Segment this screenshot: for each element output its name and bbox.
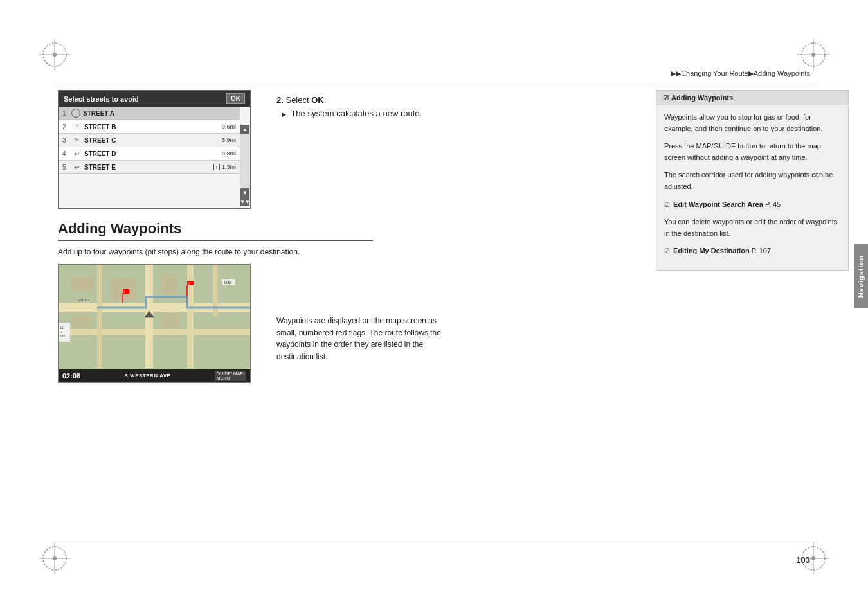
ref1-page: P. 45 <box>765 200 781 208</box>
map-street: S WESTERN AVE <box>125 373 171 378</box>
panel-ref-2: ☑ Editing My Destination P. 107 <box>664 245 840 257</box>
panel-header-icon: ☑ <box>663 94 669 102</box>
map-time: 02:08 <box>62 372 80 380</box>
row-dist-4: 0.8mi <box>222 150 236 157</box>
corner-decoration-bl <box>35 539 74 578</box>
row-street-4: STREET D <box>84 150 222 157</box>
map-svg: 100TH 1 2 0.9 0.9 11 mi 0:19 <box>59 265 251 368</box>
panel-header-text: Adding Waypoints <box>671 94 733 102</box>
svg-text:100TH: 100TH <box>78 298 89 302</box>
map-guide-button: GUIDE/ MAP/MENU <box>215 371 246 381</box>
page-number: 103 <box>796 555 810 565</box>
svg-text:0:19: 0:19 <box>60 334 66 337</box>
ref2-page: P. 107 <box>752 247 771 254</box>
screen-ok-button[interactable]: OK <box>226 93 245 104</box>
panel-para-2: Press the MAP/GUIDE button to return to … <box>664 141 840 163</box>
svg-point-11 <box>53 556 57 560</box>
svg-point-15 <box>811 556 815 560</box>
row-num-2: 2 <box>62 123 71 130</box>
nav-tab-label: Navigation <box>857 255 865 298</box>
row-street-2: STREET B <box>84 123 222 130</box>
screen-rows: 1 STREET A 2 🏳 STREET B 0.6mi 3 🏳 STREET… <box>59 107 250 174</box>
row-dist-3: 5.9mi <box>222 137 236 143</box>
row-turn-icon-4: ↩ <box>71 149 82 158</box>
ref2-bold: Editing My Destination <box>673 247 750 254</box>
step-select-label: Select OK. <box>285 95 326 105</box>
section-adding-waypoints: Adding Waypoints Add up to four waypoint… <box>58 220 373 256</box>
svg-rect-26 <box>71 316 91 328</box>
step-2-block: 2. Select OK. The system calculates a ne… <box>276 95 437 118</box>
corner-decoration-tl <box>35 35 74 74</box>
row-dist-2: 0.6mi <box>222 123 236 130</box>
right-panel: ☑ Adding Waypoints Waypoints allow you t… <box>656 90 849 271</box>
map-bottom-bar: 02:08 S WESTERN AVE GUIDE/ MAP/MENU <box>59 369 250 382</box>
waypoint-desc-text: Waypoints are displayed on the map scree… <box>276 315 447 362</box>
corner-decoration-tr <box>794 35 833 74</box>
row-num-1: 1 <box>62 110 71 117</box>
panel-para-3: The search corridor used for adding wayp… <box>664 170 840 192</box>
row-circle-icon-1 <box>71 109 80 118</box>
row-street-5: STREET E <box>84 164 213 171</box>
svg-text:1: 1 <box>123 290 125 294</box>
row-dist-5: i1.3mi <box>213 164 236 170</box>
svg-text:2: 2 <box>188 281 190 285</box>
screen-row-4[interactable]: 4 ↩ STREET D 0.8mi <box>59 147 240 161</box>
svg-rect-20 <box>187 265 194 368</box>
scroll-down-button[interactable]: ▼ <box>240 188 249 197</box>
step-arrow-text: The system calculates a new route. <box>291 109 422 118</box>
section-heading: Adding Waypoints <box>58 220 373 237</box>
screen-row-2[interactable]: 2 🏳 STREET B 0.6mi <box>59 120 240 134</box>
panel-para-4: You can delete waypoints or edit the ord… <box>664 217 840 239</box>
svg-text:mi: mi <box>60 330 62 333</box>
panel-ref-1: ☑ Edit Waypoint Search Area P. 45 <box>664 199 840 211</box>
row-turn-icon-5: ↩ <box>71 163 82 172</box>
row-flag-icon-2: 🏳 <box>71 122 82 131</box>
panel-para-1: Waypoints allow you to stop for gas or f… <box>664 112 840 134</box>
svg-rect-18 <box>59 329 251 335</box>
map-screen: 100TH 1 2 0.9 0.9 11 mi 0:19 02:08 S WES… <box>58 264 251 383</box>
screen-title: Select streets to avoid <box>64 95 139 103</box>
panel-body: Waypoints allow you to stop for gas or f… <box>656 105 848 270</box>
screen-row-5[interactable]: 5 ↩ STREET E i1.3mi <box>59 161 240 174</box>
svg-rect-21 <box>97 265 102 368</box>
ref2-icon: ☑ <box>664 247 670 254</box>
svg-rect-23 <box>71 278 94 290</box>
waypoint-description: Waypoints are displayed on the map scree… <box>276 315 447 362</box>
select-streets-screen: Select streets to avoid OK 1 STREET A 2 … <box>58 90 251 209</box>
panel-header: ☑ Adding Waypoints <box>656 91 848 105</box>
row-street-1: STREET A <box>83 110 236 117</box>
row-num-5: 5 <box>62 164 71 171</box>
ref1-icon: ☑ <box>664 201 670 208</box>
svg-text:0.9: 0.9 <box>224 280 231 285</box>
screen-row-3[interactable]: 3 🏳 STREET C 5.9mi <box>59 134 240 147</box>
svg-rect-27 <box>161 313 179 327</box>
bottom-rule <box>51 542 817 542</box>
row-num-3: 3 <box>62 137 71 144</box>
scroll-up-button[interactable]: ▲ <box>240 125 249 134</box>
step-number: 2. <box>276 95 284 105</box>
nav-tab: Navigation <box>854 244 868 308</box>
section-divider <box>58 240 373 241</box>
svg-text:11: 11 <box>60 326 64 330</box>
svg-point-7 <box>811 53 815 57</box>
row-street-3: STREET C <box>84 137 222 144</box>
section-intro: Add up to four waypoints (pit stops) alo… <box>58 247 373 256</box>
top-rule <box>51 84 817 84</box>
svg-point-3 <box>53 53 57 57</box>
screen-header: Select streets to avoid OK <box>59 91 250 107</box>
svg-rect-25 <box>161 274 177 294</box>
row-flag-icon-3: 🏳 <box>71 136 82 145</box>
ref1-bold: Edit Waypoint Search Area <box>673 200 763 208</box>
breadcrumb: ▶▶Changing Your Route▶Adding Waypoints <box>671 69 810 78</box>
screen-row-1[interactable]: 1 STREET A <box>59 107 240 120</box>
screen-body: 1 STREET A 2 🏳 STREET B 0.6mi 3 🏳 STREET… <box>59 107 250 206</box>
step-arrow: The system calculates a new route. <box>276 109 437 118</box>
row-num-4: 4 <box>62 150 71 157</box>
scrollbar: ▲ ▼ ▼▼ <box>240 125 250 206</box>
